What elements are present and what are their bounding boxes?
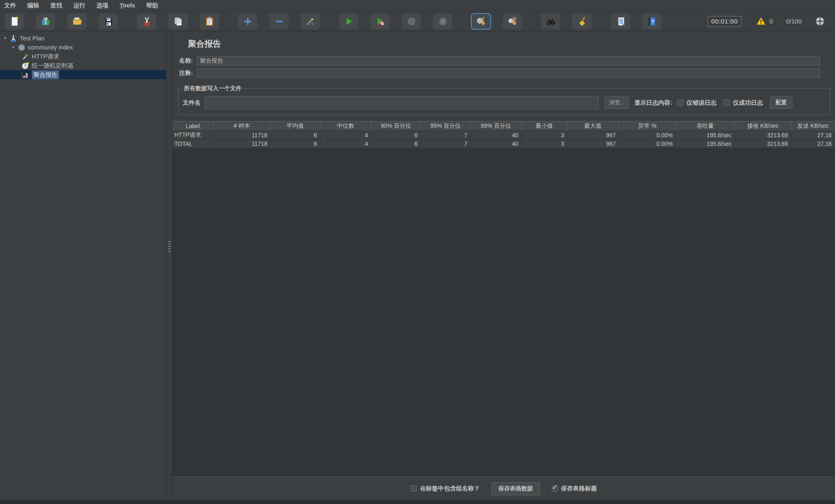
include-group-name-label: 在标签中包含组名称？ <box>420 485 480 492</box>
tree-item-aggregate-report[interactable]: 聚合报告 <box>0 70 166 79</box>
col-90pct[interactable]: 90% 百分位 <box>371 122 421 131</box>
include-group-name-checkbox[interactable] <box>411 485 417 492</box>
col-median[interactable]: 中位数 <box>320 122 371 131</box>
menu-help[interactable]: 帮助 <box>146 2 158 9</box>
broom-icon <box>577 16 588 27</box>
errors-only-checkbox[interactable] <box>677 100 683 106</box>
save-table-header-checkbox[interactable] <box>552 485 558 492</box>
help-book-icon: ? <box>647 16 657 27</box>
search-button[interactable] <box>541 14 560 29</box>
remove-button[interactable] <box>269 14 289 29</box>
paste-button[interactable] <box>200 14 219 29</box>
start-button[interactable] <box>339 14 358 29</box>
col-min[interactable]: 最小值 <box>522 122 567 131</box>
open-folder-icon <box>72 16 82 27</box>
templates-button[interactable] <box>36 14 55 29</box>
stop-button: STOP <box>402 14 421 29</box>
tree-item-thread-group[interactable]: ▼ community index <box>0 43 166 52</box>
name-input[interactable] <box>197 56 820 66</box>
help-button[interactable]: ? <box>642 14 661 29</box>
expander-icon[interactable]: ▼ <box>11 45 16 49</box>
col-label[interactable]: Label <box>172 122 214 131</box>
errors-only-option[interactable]: 仅错误日志 <box>677 99 717 107</box>
tree-item-label: 聚合报告 <box>32 70 59 79</box>
col-sent-kb[interactable]: 发送 KB/sec <box>791 122 835 131</box>
table-row: TOTAL 11718 6 4 6 7 40 3 967 0.00% 195.8… <box>172 139 835 148</box>
splitter-grip-icon <box>168 240 171 253</box>
col-99pct[interactable]: 99% 百分位 <box>470 122 522 131</box>
browse-button[interactable]: 浏览... <box>604 96 629 109</box>
col-max[interactable]: 最大值 <box>567 122 619 131</box>
success-only-checkbox[interactable] <box>724 100 730 106</box>
globe-icon <box>815 16 825 26</box>
templates-icon <box>40 16 51 27</box>
expander-icon[interactable]: ▼ <box>3 36 7 40</box>
shutdown-icon <box>437 16 448 27</box>
toolbar-right-cluster: 00:01:00 0 0/100 <box>708 16 830 27</box>
copy-button[interactable] <box>168 14 188 29</box>
cell: TOTAL <box>172 139 214 148</box>
tree-item-test-plan[interactable]: ▼ Test Plan <box>0 34 166 43</box>
clear-all-button[interactable] <box>503 14 522 29</box>
open-button[interactable] <box>67 14 87 29</box>
cell: 40 <box>470 139 522 148</box>
table-footer-controls: 在标签中包含组名称？ 保存表格数据 保存表格标题 <box>172 476 835 500</box>
tree-item-label: community index <box>28 44 73 51</box>
panel-splitter[interactable] <box>167 32 172 500</box>
report-icon <box>21 71 29 79</box>
cell: 27.16 <box>791 131 835 139</box>
cell: 6 <box>270 139 320 148</box>
start-no-timers-button[interactable] <box>370 14 390 29</box>
configure-button[interactable]: 配置 <box>770 96 793 109</box>
aggregate-table: Label # 样本 平均值 中位数 90% 百分位 95% 百分位 99% 百… <box>172 122 835 148</box>
cell: 967 <box>567 139 619 148</box>
timer-icon <box>21 62 29 70</box>
menu-file[interactable]: 文件 <box>4 2 16 9</box>
col-average[interactable]: 平均值 <box>270 122 320 131</box>
col-throughput[interactable]: 吞吐量 <box>676 122 735 131</box>
col-error-pct[interactable]: 异常 % <box>619 122 676 131</box>
add-button[interactable] <box>238 14 257 29</box>
save-table-header-option[interactable]: 保存表格标题 <box>552 485 597 492</box>
include-group-name-option[interactable]: 在标签中包含组名称？ <box>411 485 480 492</box>
menu-tools[interactable]: Tools <box>120 2 135 9</box>
menu-options[interactable]: 选项 <box>96 2 108 9</box>
stop-icon: STOP <box>406 16 417 27</box>
cell: 967 <box>567 131 619 139</box>
errors-only-label: 仅错误日志 <box>687 99 717 107</box>
cell: 6 <box>371 139 421 148</box>
cell: 0.00% <box>619 131 676 139</box>
svg-text:?: ? <box>651 19 654 25</box>
jmeter-window: 文件 编辑 查找 运行 选项 Tools 帮助 <box>0 0 835 504</box>
menu-run[interactable]: 运行 <box>73 2 85 9</box>
save-button[interactable] <box>99 14 118 29</box>
clear-search-button[interactable] <box>572 14 592 29</box>
toggle-button[interactable] <box>301 14 320 29</box>
save-table-data-button[interactable]: 保存表格数据 <box>492 482 540 495</box>
start-no-timers-icon <box>375 16 386 27</box>
filename-input[interactable] <box>205 96 599 109</box>
tree-item-label: 统一随机定时器 <box>32 62 74 70</box>
comment-input[interactable] <box>197 68 820 78</box>
file-row: 文件名 浏览... 显示日志内容: 仅错误日志 仅成功日志 配置 <box>183 96 824 109</box>
toggle-pencil-icon <box>305 16 316 27</box>
new-button[interactable] <box>5 14 24 29</box>
cell: 11718 <box>214 139 270 148</box>
cell: 3213.69 <box>735 131 791 139</box>
function-helper-button[interactable] <box>611 14 630 29</box>
active-threads-count: 0/100 <box>786 18 802 25</box>
menu-search[interactable]: 查找 <box>50 2 62 9</box>
jmeter-globe-indicator <box>815 16 825 26</box>
cut-button[interactable] <box>137 14 156 29</box>
menu-edit[interactable]: 编辑 <box>27 2 39 9</box>
col-95pct[interactable]: 95% 百分位 <box>421 122 470 131</box>
tree-item-uniform-random-timer[interactable]: 统一随机定时器 <box>0 61 166 70</box>
success-only-option[interactable]: 仅成功日志 <box>724 99 763 107</box>
tree-item-http-sampler[interactable]: HTTP请求 <box>0 52 166 61</box>
col-samples[interactable]: # 样本 <box>214 122 270 131</box>
col-received-kb[interactable]: 接收 KB/sec <box>735 122 791 131</box>
cell: 3 <box>522 131 567 139</box>
log-errors-indicator[interactable]: 0 <box>756 16 773 26</box>
thread-group-icon <box>18 44 26 52</box>
clear-button[interactable] <box>471 14 491 29</box>
